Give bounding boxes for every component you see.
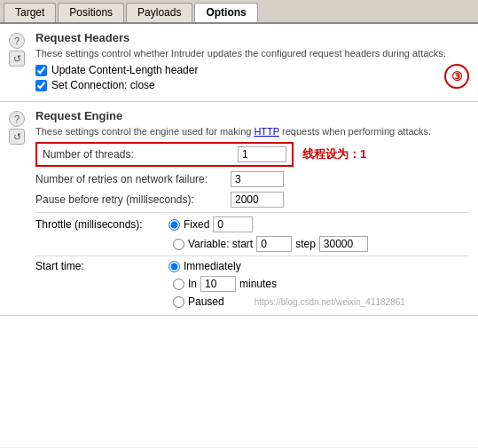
request-engine-section: ? ↺ Request Engine These settings contro… bbox=[0, 102, 478, 316]
tab-target[interactable]: Target bbox=[4, 3, 56, 22]
start-time-section: Start time: Immediately In minutes bbox=[35, 260, 469, 308]
http-link: HTTP bbox=[254, 126, 279, 137]
start-minutes-input[interactable] bbox=[200, 276, 236, 292]
start-minutes-label: minutes bbox=[239, 278, 277, 290]
help-icon-engine[interactable]: ? bbox=[9, 111, 25, 127]
checkbox-set-connection[interactable]: Set Connection: close bbox=[35, 79, 427, 91]
retries-label: Number of retries on network failure: bbox=[35, 173, 231, 185]
pause-row: Pause before retry (milliseconds): bbox=[35, 192, 469, 208]
request-engine-desc: These settings control the engine used f… bbox=[35, 126, 469, 137]
request-headers-title: Request Headers bbox=[35, 31, 129, 44]
retries-input[interactable] bbox=[231, 171, 284, 187]
throttle-row: Throttle (milliseconds): Fixed bbox=[35, 216, 469, 232]
throttle-step-label: step bbox=[295, 238, 316, 250]
request-headers-desc: These settings control whether Intruder … bbox=[35, 48, 469, 59]
throttle-variable-row: Variable: start step bbox=[173, 236, 469, 252]
content-area: ? ↺ Request Headers These settings contr… bbox=[0, 24, 478, 447]
help-icon-headers[interactable]: ? bbox=[9, 33, 25, 49]
start-in-label: In bbox=[188, 278, 197, 290]
pause-input[interactable] bbox=[231, 192, 284, 208]
tab-payloads[interactable]: Payloads bbox=[126, 3, 192, 22]
refresh-icon-headers[interactable]: ↺ bbox=[9, 51, 25, 67]
tab-positions[interactable]: Positions bbox=[58, 3, 124, 22]
checkbox-update-content-length[interactable]: Update Content-Length header bbox=[35, 64, 427, 76]
threads-input[interactable] bbox=[238, 146, 286, 162]
throttle-start-input[interactable] bbox=[256, 236, 292, 252]
tab-options[interactable]: Options bbox=[194, 3, 257, 22]
throttle-variable-radio[interactable] bbox=[173, 239, 184, 250]
refresh-icon-engine[interactable]: ↺ bbox=[9, 129, 25, 145]
retries-row: Number of retries on network failure: bbox=[35, 171, 469, 187]
throttle-step-input[interactable] bbox=[319, 236, 368, 252]
pause-label: Pause before retry (milliseconds): bbox=[35, 193, 231, 206]
tabs-bar: Target Positions Payloads Options bbox=[0, 0, 478, 24]
start-in-radio[interactable] bbox=[173, 279, 184, 290]
throttle-fixed-label: Fixed bbox=[184, 218, 209, 231]
start-time-label: Start time: bbox=[35, 260, 168, 272]
start-immediately-radio[interactable] bbox=[168, 261, 180, 272]
throttle-fixed-radio[interactable] bbox=[168, 219, 180, 231]
request-headers-section: ? ↺ Request Headers These settings contr… bbox=[0, 24, 478, 102]
watermark: https://blog.csdn.net/weixin_41182861 bbox=[255, 297, 405, 307]
threads-row: Number of threads: 线程设为：1 bbox=[35, 142, 469, 167]
threads-label: Number of threads: bbox=[43, 148, 238, 161]
request-engine-title: Request Engine bbox=[35, 109, 122, 122]
start-paused-radio[interactable] bbox=[173, 296, 184, 308]
throttle-fixed-input[interactable] bbox=[213, 216, 253, 232]
throttle-variable-label: Variable: start bbox=[188, 238, 253, 250]
throttle-label: Throttle (milliseconds): bbox=[35, 218, 168, 231]
circled-number-3: ③ bbox=[444, 64, 469, 89]
threads-annotation: 线程设为：1 bbox=[302, 146, 366, 162]
start-immediately-label: Immediately bbox=[184, 260, 241, 272]
start-paused-label: Paused bbox=[188, 295, 224, 308]
